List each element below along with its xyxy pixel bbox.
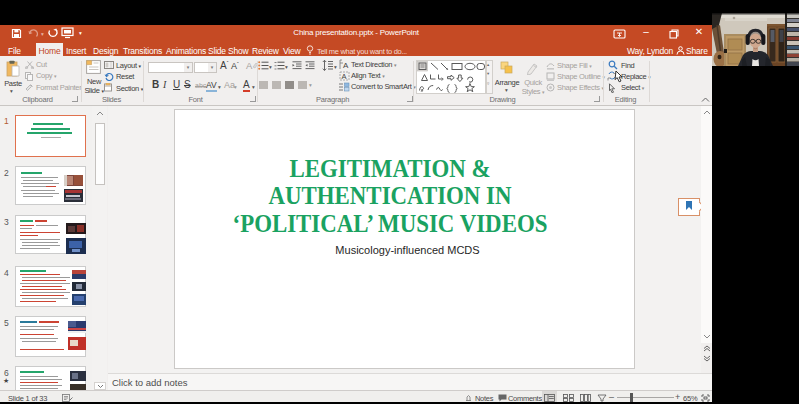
svg-text:A: A	[342, 72, 347, 81]
svg-text:A: A	[343, 61, 349, 70]
